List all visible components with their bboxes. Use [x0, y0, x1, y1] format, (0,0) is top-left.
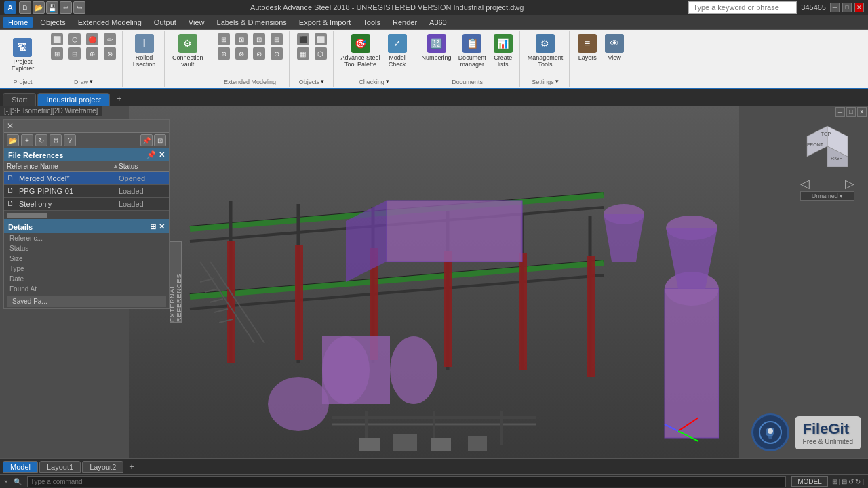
- connection-vault-btn[interactable]: ⚙ Connectionvault: [170, 33, 205, 69]
- layout2-tab[interactable]: Layout2: [82, 461, 123, 473]
- extra-btn-5[interactable]: ⊕: [216, 47, 232, 60]
- add-ref-btn[interactable]: +: [21, 134, 33, 146]
- panel-dock-btn[interactable]: ⊡: [154, 134, 166, 146]
- status-search-btn[interactable]: 🔍: [14, 478, 22, 485]
- extra-btn-6[interactable]: ⊗: [233, 47, 250, 60]
- draw-btn-8[interactable]: ⊗: [102, 47, 118, 60]
- file-ref-row-1[interactable]: 🗋 PPG-PIPING-01 Loaded: [4, 185, 169, 198]
- status-ctrl-5[interactable]: ↻: [855, 478, 861, 485]
- checking-dropdown-btn[interactable]: ▾: [386, 78, 389, 85]
- obj-btn-2[interactable]: ⬜: [313, 33, 329, 46]
- obj-btn-4[interactable]: ⬡: [313, 47, 329, 60]
- ref-settings-btn[interactable]: ⚙: [50, 134, 62, 146]
- viewcube-label[interactable]: Unnamed ▾: [800, 191, 854, 201]
- status-ctrl-2[interactable]: |: [839, 478, 841, 485]
- menu-home[interactable]: Home: [3, 17, 33, 28]
- draw-btn-1[interactable]: ⬜: [49, 33, 65, 46]
- status-ctrl-6[interactable]: |: [862, 478, 864, 485]
- extra-btn-8[interactable]: ⊙: [269, 47, 285, 60]
- help-search-input[interactable]: [688, 1, 797, 14]
- command-input[interactable]: [27, 476, 786, 487]
- model-tab[interactable]: Model: [3, 461, 38, 473]
- file-ref-row-0[interactable]: 🗋 Merged Model* Opened: [4, 172, 169, 185]
- external-references-tab[interactable]: EXTERNAL REFERENCES: [170, 241, 182, 323]
- create-lists-btn[interactable]: 📊 Createlists: [491, 33, 515, 69]
- draw-btn-4[interactable]: ✏: [102, 33, 118, 46]
- redo-btn[interactable]: ↪: [73, 1, 85, 14]
- menu-render[interactable]: Render: [387, 17, 422, 28]
- add-tab-btn[interactable]: +: [111, 92, 127, 106]
- side-tab-label: EXTERNAL REFERENCES: [169, 242, 182, 322]
- extra-btn-7[interactable]: ⊘: [251, 47, 267, 60]
- document-manager-btn[interactable]: 📋 Documentmanager: [456, 33, 488, 69]
- viewcube-right-arrow[interactable]: ▷: [845, 176, 854, 191]
- menu-a360[interactable]: A360: [424, 17, 452, 28]
- model-check-btn[interactable]: ✓ ModelCheck: [385, 33, 410, 69]
- open-file-btn[interactable]: 📂: [7, 134, 19, 146]
- viewport-close-btn[interactable]: ✕: [857, 107, 867, 117]
- extra-btn-3[interactable]: ⊡: [251, 33, 267, 46]
- viewcube[interactable]: TOP FRONT RIGHT ◁ ▷ Unnamed ▾: [800, 119, 854, 174]
- model-label[interactable]: MODEL: [791, 476, 828, 487]
- viewcube-left-arrow[interactable]: ◁: [800, 176, 810, 191]
- undo-btn[interactable]: ↩: [60, 1, 72, 14]
- obj-btn-3[interactable]: ▦: [295, 47, 311, 60]
- numbering-btn[interactable]: 🔢 Numbering: [420, 33, 454, 62]
- draw-btn-6[interactable]: ⊟: [66, 47, 83, 60]
- layers-btn[interactable]: ≡ Layers: [575, 33, 599, 62]
- menu-output[interactable]: Output: [149, 17, 182, 28]
- extra-btn-1[interactable]: ⊞: [216, 33, 232, 46]
- status-ctrl-4[interactable]: ↺: [848, 478, 854, 485]
- file-name-2: Steel only: [19, 200, 119, 208]
- new-btn[interactable]: 🗋: [19, 1, 31, 14]
- panel-header: ✕: [4, 120, 169, 133]
- extra-btn-2[interactable]: ⊠: [233, 33, 250, 46]
- scroll-thumb[interactable]: [7, 213, 47, 218]
- draw-btn-7[interactable]: ⊕: [84, 47, 100, 60]
- file-ref-scrollbar[interactable]: [4, 211, 169, 219]
- close-btn[interactable]: ✕: [854, 3, 864, 12]
- panel-pin-btn[interactable]: 📌: [140, 134, 153, 146]
- file-ref-row-2[interactable]: 🗋 Steel only Loaded: [4, 198, 169, 211]
- view-btn[interactable]: 👁 View: [602, 33, 627, 62]
- rolled-i-section-btn[interactable]: Ⅰ RolledI section: [131, 33, 158, 69]
- restore-btn[interactable]: □: [842, 3, 852, 12]
- open-btn[interactable]: 📂: [33, 1, 45, 14]
- draw-btn-5[interactable]: ⊞: [49, 47, 65, 60]
- viewport-restore-btn[interactable]: □: [846, 107, 856, 117]
- settings-dropdown-btn[interactable]: ▾: [555, 78, 559, 85]
- extra-btn-4[interactable]: ⊟: [269, 33, 285, 46]
- minimize-btn[interactable]: ─: [830, 3, 840, 12]
- start-tab[interactable]: Start: [3, 93, 36, 106]
- layout1-tab[interactable]: Layout1: [39, 461, 81, 473]
- menu-objects[interactable]: Objects: [35, 17, 71, 28]
- add-layout-btn[interactable]: +: [125, 460, 138, 473]
- status-ctrl-1[interactable]: ⊞: [832, 478, 837, 485]
- save-btn[interactable]: 💾: [46, 1, 58, 14]
- status-ctrl-3[interactable]: ⊟: [842, 478, 847, 485]
- panel-close-btn[interactable]: ✕: [7, 121, 14, 131]
- group-label-checking: Checking: [359, 77, 384, 85]
- file-ref-close2[interactable]: ✕: [159, 150, 165, 159]
- advance-steel-tool-palette-btn[interactable]: 🎯 Advance SteelTool Palette: [339, 33, 382, 69]
- draw-dropdown-btn[interactable]: ▾: [90, 78, 93, 85]
- menu-extended-modeling[interactable]: Extended Modeling: [73, 17, 147, 28]
- draw-btn-3[interactable]: 🔴: [84, 33, 100, 46]
- industrial-project-tab[interactable]: Industrial project: [37, 93, 110, 106]
- draw-btn-2[interactable]: ⬡: [66, 33, 83, 46]
- file-ref-pin2[interactable]: 📌: [146, 150, 156, 159]
- menu-view[interactable]: View: [183, 17, 210, 28]
- project-explorer-btn[interactable]: 🏗 ProjectExplorer: [9, 37, 37, 73]
- menu-labels[interactable]: Labels & Dimensions: [212, 17, 292, 28]
- details-maximize-btn[interactable]: ⊞: [150, 222, 156, 231]
- obj-btn-1[interactable]: ⬛: [295, 33, 311, 46]
- management-tools-btn[interactable]: ⚙ ManagementTools: [526, 33, 566, 69]
- status-close-btn[interactable]: ×: [4, 478, 8, 485]
- objects-dropdown-btn[interactable]: ▾: [321, 78, 324, 85]
- details-close-btn[interactable]: ✕: [159, 222, 165, 231]
- refresh-btn[interactable]: ↻: [35, 134, 47, 146]
- menu-export[interactable]: Export & Import: [294, 17, 356, 28]
- menu-tools[interactable]: Tools: [357, 17, 386, 28]
- ref-help-btn[interactable]: ?: [64, 134, 76, 146]
- viewport-minimize-btn[interactable]: ─: [835, 107, 845, 117]
